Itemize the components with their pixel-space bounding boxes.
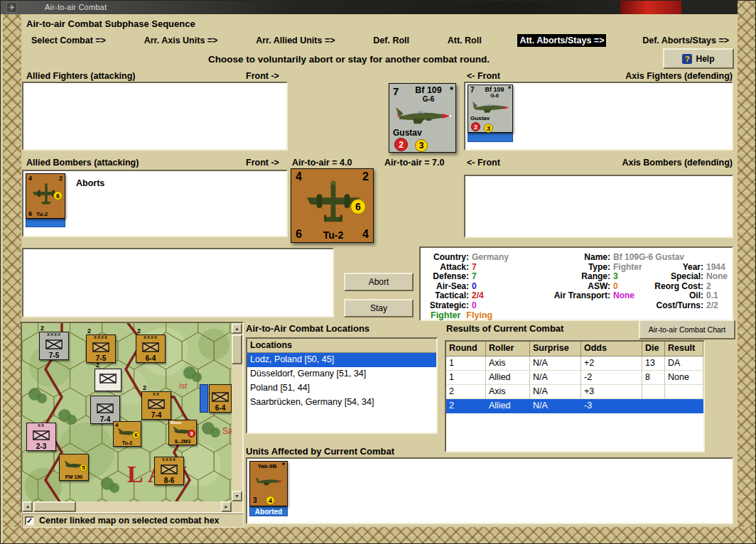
map-hscroll-thumb[interactable] — [33, 501, 76, 512]
result-round: 2 — [446, 399, 486, 413]
location-row[interactable]: Lodz, Poland [50, 45] — [247, 353, 436, 367]
axis-fighters-label: Axis Fighters (defending) — [598, 71, 733, 81]
infantry-symbol-icon — [142, 342, 159, 352]
map-counter-7-5[interactable]: 2XXXX7-5 — [39, 332, 69, 360]
result-outcome: DA — [665, 357, 703, 371]
unit-info-row: Type:Fighter — [545, 261, 662, 271]
result-roller: Axis — [486, 357, 530, 371]
locations-list[interactable]: Locations Lodz, Poland [50, 45] Düsseldo… — [246, 337, 438, 434]
phase-sequence-bar: Select Combat => Arr. Axis Units => Arr.… — [29, 34, 731, 47]
map-horizontal-scrollbar[interactable]: ◄ ► — [22, 501, 232, 512]
phase-step: Att. Aborts/Stays => — [517, 34, 606, 47]
unit-counter-yak9b[interactable]: * Yak-9B 3 4 — [249, 461, 288, 506]
unit-info-row: Air-Sea:0 — [426, 281, 540, 290]
result-row[interactable]: 1 Axis N/A +2 13 DA — [446, 357, 703, 371]
yellow-hit-badge: 4 — [266, 496, 275, 505]
location-row[interactable]: Poland [51, 44] — [247, 381, 436, 396]
axis-air-value-label: Air-to-air = 7.0 — [384, 158, 444, 168]
fighter-aircraft-icon — [394, 103, 453, 127]
location-row[interactable]: Düsseldorf, Germany [51, 34] — [247, 367, 436, 381]
result-die — [642, 399, 665, 413]
pilot-name: Gustav — [393, 128, 422, 138]
counter-name: Bf 109 — [408, 85, 449, 95]
map-counter-6-4[interactable]: 2XXXX6-4 — [136, 334, 166, 363]
map-counter-IL-2M3[interactable]: BlumIL-2M33 — [168, 420, 197, 445]
elite-star: * — [450, 85, 453, 95]
result-surprise: N/A — [530, 399, 581, 413]
decorative-border-right — [738, 1, 756, 544]
selection-status-bar — [26, 219, 65, 227]
linked-map[interactable]: LANistSa2XXXX7-52XXXX7-52XXXX6-427-42XX7… — [22, 323, 232, 501]
status-word: Fighter — [431, 310, 460, 320]
map-counter-7-5[interactable]: 2XXXX7-5 — [86, 334, 116, 363]
result-round: 2 — [446, 385, 486, 399]
titlebar[interactable]: ✈ Air-to-air Combat — [1, 1, 740, 14]
center-map-checkbox[interactable]: ✓ — [25, 516, 34, 526]
map-scroll-right-icon[interactable]: ► — [221, 501, 232, 512]
results-table: RoundRollerSurpriseOddsDieResult 1 Axis … — [445, 340, 705, 452]
axis-bombers-list[interactable] — [464, 175, 733, 238]
unit-info-row: Reorg Cost:2 — [647, 281, 730, 290]
result-row[interactable]: 2 Allied N/A -3 — [446, 399, 703, 413]
result-roller: Allied — [486, 399, 530, 413]
allied-fighters-list[interactable] — [22, 82, 288, 151]
allied-bombers-list[interactable]: 4 2 6 Tu-2 6 Aborts — [22, 170, 288, 237]
yellow-hit-badge: 6 — [350, 199, 366, 214]
result-die: 13 — [642, 357, 665, 371]
result-row[interactable]: 1 Allied N/A -2 8 None — [446, 371, 703, 385]
window-title: Air-to-air Combat — [45, 3, 107, 11]
status-word: Flying — [466, 310, 492, 320]
center-map-checkbox-label: Center linked map on selected combat hex — [39, 516, 220, 526]
combat-chart-button[interactable]: Air-to-air Combat Chart — [639, 320, 735, 339]
axis-fighters-list[interactable]: 7 * Bf 109 G-6 Gustav 2 3 — [464, 82, 733, 151]
abort-button[interactable]: Abort — [344, 273, 414, 291]
unit-counter-tu2-large[interactable]: 4 2 6 4 Tu-2 6 — [291, 168, 374, 243]
fighter-aircraft-icon — [471, 99, 511, 115]
infantry-symbol-icon — [92, 342, 109, 352]
unit-info-col3: Year:1944 Special:None Reorg Cost:2 Oil:… — [647, 261, 730, 310]
unit-info-row: Country:Germany — [426, 251, 540, 261]
instruction-text: Choose to voluntarily abort or stay for … — [43, 54, 654, 65]
map-counter-FW 190[interactable]: FW 1905 — [59, 454, 89, 481]
tu2-small-counter-wrap: 4 2 6 Tu-2 6 — [26, 173, 65, 227]
result-odds: +2 — [581, 357, 642, 371]
results-header-cell: Roller — [486, 342, 530, 357]
map-vertical-scrollbar[interactable]: ▲ ▼ — [232, 323, 242, 501]
map-counter-8-6[interactable]: XXXX8-6 — [154, 457, 184, 485]
selected-units-list[interactable] — [22, 248, 334, 317]
map-scroll-left-icon[interactable]: ◄ — [22, 501, 33, 512]
map-vscroll-thumb[interactable] — [232, 334, 242, 364]
map-counter-7-4[interactable]: 2XX7-4 — [141, 391, 171, 420]
unit-info-row: Strategic:0 — [426, 300, 540, 310]
app-icon: ✈ — [6, 2, 17, 13]
map-scrollbar-corner — [232, 501, 242, 512]
map-counter-6-4[interactable]: 6-4 — [209, 384, 232, 413]
units-affected-list[interactable]: * Yak-9B 3 4 Aborted — [246, 457, 733, 524]
unit-counter-bf109-large[interactable]: 7 * Bf 109 G-6 Gustav 2 3 — [389, 83, 456, 153]
decorative-border-left — [3, 14, 21, 544]
location-row[interactable]: Saarbrücken, Germany [54, 34] — [247, 396, 436, 410]
result-die: 8 — [642, 371, 665, 385]
help-button[interactable]: ? Help — [663, 48, 734, 69]
unit-counter-tu2-small[interactable]: 4 2 6 Tu-2 6 — [26, 173, 65, 219]
map-scroll-up-icon[interactable]: ▲ — [232, 323, 242, 334]
unit-info-row: Cost/Turns:2/2 — [647, 300, 730, 310]
locations-title: Air-to-Air Combat Locations — [246, 323, 369, 334]
map-counter-7-4[interactable]: 7-4 — [90, 396, 120, 424]
unit-counter-bf109-small[interactable]: 7 * Bf 109 G-6 Gustav 2 3 — [468, 85, 513, 133]
infantry-symbol-icon — [99, 374, 117, 383]
result-row[interactable]: 2 Axis N/A +3 — [446, 385, 703, 399]
map-counter-sliver[interactable] — [200, 384, 208, 413]
phase-step: Def. Aborts/Stays => — [640, 34, 731, 47]
help-icon: ? — [682, 54, 692, 64]
map-counter-Tu-2[interactable]: 4Tu-26 — [113, 421, 141, 447]
result-surprise: N/A — [530, 357, 581, 371]
map-counter-ground[interactable]: 2 — [94, 369, 122, 391]
allied-fighters-label: Allied Fighters (attacking) — [26, 71, 136, 81]
counter-name: Bf 109 — [478, 86, 511, 93]
counter-name: Tu-2 — [36, 211, 48, 217]
map-scroll-down-icon[interactable]: ▼ — [232, 491, 242, 501]
stay-button[interactable]: Stay — [344, 299, 414, 317]
map-counter-2-3[interactable]: XX2-3 — [26, 423, 56, 451]
counter-num-bl: 6 — [28, 210, 32, 217]
